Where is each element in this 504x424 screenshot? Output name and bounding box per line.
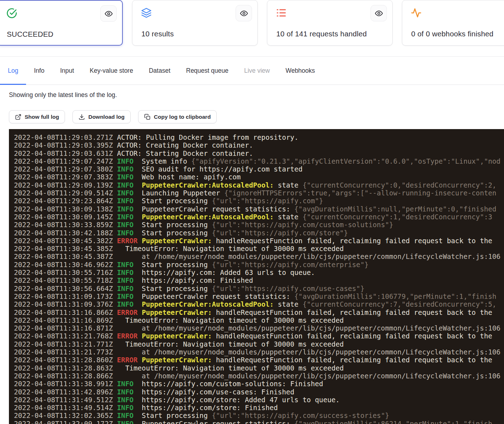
log-line: 2022-04-08T11:29:07.247Z INFO System inf… xyxy=(14,158,504,165)
log-line: 2022-04-08T11:31:49.514Z INFO https://ap… xyxy=(14,404,504,412)
log-line: 2022-04-08T11:30:55.718Z INFO https://ap… xyxy=(14,277,504,285)
log-line: 2022-04-08T11:30:55.716Z INFO https://ap… xyxy=(14,269,504,277)
log-line: 2022-04-08T11:31:28.860Z ERROR Puppeteer… xyxy=(14,356,504,364)
tab-live-view: Live view xyxy=(236,57,278,85)
log-line: 2022-04-08T11:29:07.383Z INFO Web host n… xyxy=(14,173,504,181)
status-card-succeeded[interactable]: SUCCEEDED xyxy=(0,0,123,46)
log-line: 2022-04-08T11:30:42.188Z INFO Start proc… xyxy=(14,229,504,237)
log-line: 2022-04-08T11:29:07.380Z INFO SEO audit … xyxy=(14,165,504,173)
log-line: 2022-04-08T11:30:45.385Z TimeoutError: N… xyxy=(14,245,504,253)
layers-icon xyxy=(141,7,152,18)
tab-webhooks[interactable]: Webhooks xyxy=(278,57,323,85)
eye-button[interactable] xyxy=(371,5,387,21)
status-card-0-of-0-webhooks-finished[interactable]: 0 of 0 webhooks finished xyxy=(402,0,504,46)
button-label: Download log xyxy=(88,114,125,120)
log-line: 2022-04-08T11:29:09.514Z INFO Launching … xyxy=(14,189,504,197)
copy-icon xyxy=(144,114,151,120)
tab-info[interactable]: Info xyxy=(26,57,52,85)
list-icon xyxy=(276,7,287,18)
log-line: 2022-04-08T11:31:16.866Z ERROR Puppeteer… xyxy=(14,309,504,317)
eye-icon xyxy=(105,10,113,18)
log-line: 2022-04-08T11:31:21.771Z TimeoutError: N… xyxy=(14,341,504,348)
tab-request-queue[interactable]: Request queue xyxy=(178,57,236,85)
check-circle-icon xyxy=(6,8,17,19)
card-label: 10 of 141 requests handled xyxy=(276,30,367,38)
show-full-log-button[interactable]: Show full log xyxy=(9,110,65,123)
log-line: 2022-04-08T11:30:33.859Z INFO Start proc… xyxy=(14,221,504,229)
log-line: 2022-04-08T11:29:03.395Z ACTOR: Creating… xyxy=(14,142,504,149)
log-line: 2022-04-08T11:31:49.512Z INFO https://ap… xyxy=(14,396,504,404)
log-line: 2022-04-08T11:31:09.173Z INFO PuppeteerC… xyxy=(14,293,504,301)
eye-icon xyxy=(240,9,248,17)
log-line: 2022-04-08T11:31:28.866Z at /home/myuser… xyxy=(14,372,504,380)
log-line: 2022-04-08T11:30:45.382Z ERROR Puppeteer… xyxy=(14,237,504,245)
tab-bar: LogInfoInputKey-value storeDatasetReques… xyxy=(0,56,504,85)
log-line: 2022-04-08T11:31:16.871Z at /home/myuser… xyxy=(14,325,504,332)
log-line: 2022-04-08T11:31:42.896Z INFO https://ap… xyxy=(14,388,504,396)
log-line: 2022-04-08T11:31:21.773Z at /home/myuser… xyxy=(14,348,504,356)
status-cards-row: SUCCEEDED10 results10 of 141 requests ha… xyxy=(0,0,504,46)
log-line: 2022-04-08T11:30:46.962Z INFO Start proc… xyxy=(14,261,504,269)
button-label: Show full log xyxy=(25,114,59,120)
tab-input[interactable]: Input xyxy=(52,57,82,85)
card-label: 10 results xyxy=(141,30,174,38)
status-card-10-results[interactable]: 10 results xyxy=(132,0,258,46)
log-line: 2022-04-08T11:29:23.864Z INFO Start proc… xyxy=(14,197,504,205)
log-actions-row: Show full logDownload logCopy log to cli… xyxy=(9,110,217,123)
log-line: 2022-04-08T11:31:16.869Z TimeoutError: N… xyxy=(14,317,504,325)
eye-button[interactable] xyxy=(100,5,117,22)
log-line: 2022-04-08T11:29:03.631Z ACTOR: Starting… xyxy=(14,150,504,158)
button-label: Copy log to clipboard xyxy=(154,114,211,120)
log-line: 2022-04-08T11:31:28.863Z TimeoutError: N… xyxy=(14,364,504,372)
log-line: 2022-04-08T11:31:21.768Z ERROR Puppeteer… xyxy=(14,332,504,340)
tab-dataset[interactable]: Dataset xyxy=(141,57,178,85)
tab-log[interactable]: Log xyxy=(0,57,26,85)
log-line: 2022-04-08T11:29:09.139Z INFO PuppeteerC… xyxy=(14,182,504,189)
status-card-10-of-141-requests-handled[interactable]: 10 of 141 requests handled xyxy=(267,0,393,46)
copy-log-to-clipboard-button[interactable]: Copy log to clipboard xyxy=(138,110,217,123)
log-line: 2022-04-08T11:32:09.172Z INFO PuppeteerC… xyxy=(14,420,504,424)
log-line: 2022-04-08T11:30:09.145Z INFO PuppeteerC… xyxy=(14,213,504,221)
log-line: 2022-04-08T11:29:03.271Z ACTOR: Pulling … xyxy=(14,134,504,142)
log-line: 2022-04-08T11:30:45.387Z at /home/myuser… xyxy=(14,253,504,261)
eye-button[interactable] xyxy=(236,5,252,21)
download-icon xyxy=(79,114,85,120)
log-line: 2022-04-08T11:32:02.365Z INFO Start proc… xyxy=(14,412,504,420)
log-line: 2022-04-08T11:31:09.376Z INFO PuppeteerC… xyxy=(14,301,504,308)
activity-icon xyxy=(411,7,422,18)
external-link-icon xyxy=(15,114,21,120)
eye-icon xyxy=(375,9,383,17)
log-line: 2022-04-08T11:30:56.664Z INFO Start proc… xyxy=(14,285,504,293)
log-line: 2022-04-08T11:31:38.991Z INFO https://ap… xyxy=(14,380,504,388)
tab-key-value-store[interactable]: Key-value store xyxy=(82,57,141,85)
download-log-button[interactable]: Download log xyxy=(72,110,131,123)
log-panel[interactable]: 2022-04-08T11:29:03.271Z ACTOR: Pulling … xyxy=(9,129,504,424)
log-line: 2022-04-08T11:30:09.138Z INFO PuppeteerC… xyxy=(14,205,504,213)
card-label: SUCCEEDED xyxy=(7,30,54,39)
log-notice: Showing only the latest lines of the log… xyxy=(9,91,117,99)
card-label: 0 of 0 webhooks finished xyxy=(411,30,493,38)
